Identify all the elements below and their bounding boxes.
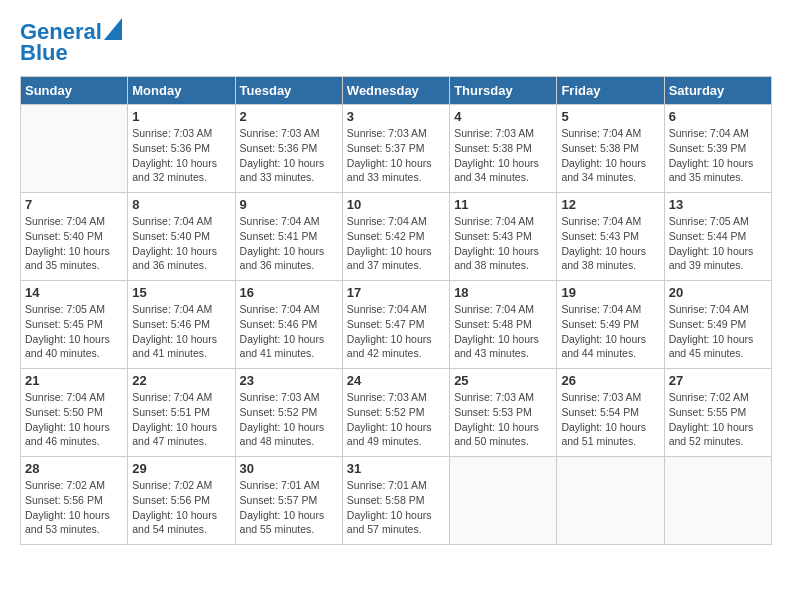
calendar-week-row: 21Sunrise: 7:04 AM Sunset: 5:50 PM Dayli… [21,369,772,457]
day-info: Sunrise: 7:04 AM Sunset: 5:41 PM Dayligh… [240,214,338,273]
day-number: 17 [347,285,445,300]
calendar-cell: 6Sunrise: 7:04 AM Sunset: 5:39 PM Daylig… [664,105,771,193]
day-info: Sunrise: 7:04 AM Sunset: 5:49 PM Dayligh… [669,302,767,361]
day-info: Sunrise: 7:03 AM Sunset: 5:36 PM Dayligh… [132,126,230,185]
weekday-header: Monday [128,77,235,105]
day-number: 7 [25,197,123,212]
calendar-cell: 31Sunrise: 7:01 AM Sunset: 5:58 PM Dayli… [342,457,449,545]
calendar-cell: 12Sunrise: 7:04 AM Sunset: 5:43 PM Dayli… [557,193,664,281]
weekday-header: Wednesday [342,77,449,105]
day-info: Sunrise: 7:04 AM Sunset: 5:40 PM Dayligh… [25,214,123,273]
day-info: Sunrise: 7:03 AM Sunset: 5:37 PM Dayligh… [347,126,445,185]
weekday-header: Tuesday [235,77,342,105]
calendar-week-row: 28Sunrise: 7:02 AM Sunset: 5:56 PM Dayli… [21,457,772,545]
day-info: Sunrise: 7:02 AM Sunset: 5:56 PM Dayligh… [132,478,230,537]
day-number: 2 [240,109,338,124]
day-number: 9 [240,197,338,212]
calendar-cell: 16Sunrise: 7:04 AM Sunset: 5:46 PM Dayli… [235,281,342,369]
calendar-table: SundayMondayTuesdayWednesdayThursdayFrid… [20,76,772,545]
day-number: 8 [132,197,230,212]
day-number: 18 [454,285,552,300]
calendar-cell: 27Sunrise: 7:02 AM Sunset: 5:55 PM Dayli… [664,369,771,457]
calendar-cell [450,457,557,545]
calendar-week-row: 1Sunrise: 7:03 AM Sunset: 5:36 PM Daylig… [21,105,772,193]
day-number: 5 [561,109,659,124]
day-number: 12 [561,197,659,212]
calendar-cell: 10Sunrise: 7:04 AM Sunset: 5:42 PM Dayli… [342,193,449,281]
calendar-cell: 7Sunrise: 7:04 AM Sunset: 5:40 PM Daylig… [21,193,128,281]
day-info: Sunrise: 7:04 AM Sunset: 5:51 PM Dayligh… [132,390,230,449]
calendar-cell: 8Sunrise: 7:04 AM Sunset: 5:40 PM Daylig… [128,193,235,281]
day-info: Sunrise: 7:03 AM Sunset: 5:54 PM Dayligh… [561,390,659,449]
day-number: 10 [347,197,445,212]
calendar-cell: 1Sunrise: 7:03 AM Sunset: 5:36 PM Daylig… [128,105,235,193]
calendar-cell [664,457,771,545]
day-number: 16 [240,285,338,300]
day-number: 27 [669,373,767,388]
day-info: Sunrise: 7:04 AM Sunset: 5:48 PM Dayligh… [454,302,552,361]
day-number: 14 [25,285,123,300]
day-info: Sunrise: 7:04 AM Sunset: 5:46 PM Dayligh… [240,302,338,361]
day-number: 25 [454,373,552,388]
day-number: 28 [25,461,123,476]
day-info: Sunrise: 7:04 AM Sunset: 5:47 PM Dayligh… [347,302,445,361]
day-number: 20 [669,285,767,300]
calendar-cell [557,457,664,545]
logo-blue: Blue [20,40,68,66]
calendar-cell: 13Sunrise: 7:05 AM Sunset: 5:44 PM Dayli… [664,193,771,281]
calendar-cell: 3Sunrise: 7:03 AM Sunset: 5:37 PM Daylig… [342,105,449,193]
calendar-cell: 28Sunrise: 7:02 AM Sunset: 5:56 PM Dayli… [21,457,128,545]
day-info: Sunrise: 7:01 AM Sunset: 5:57 PM Dayligh… [240,478,338,537]
calendar-cell: 19Sunrise: 7:04 AM Sunset: 5:49 PM Dayli… [557,281,664,369]
day-number: 22 [132,373,230,388]
calendar-cell: 4Sunrise: 7:03 AM Sunset: 5:38 PM Daylig… [450,105,557,193]
calendar-cell [21,105,128,193]
logo-icon [104,18,122,40]
day-info: Sunrise: 7:03 AM Sunset: 5:52 PM Dayligh… [347,390,445,449]
day-info: Sunrise: 7:05 AM Sunset: 5:45 PM Dayligh… [25,302,123,361]
day-info: Sunrise: 7:04 AM Sunset: 5:42 PM Dayligh… [347,214,445,273]
day-number: 3 [347,109,445,124]
day-number: 6 [669,109,767,124]
day-info: Sunrise: 7:02 AM Sunset: 5:55 PM Dayligh… [669,390,767,449]
calendar-cell: 18Sunrise: 7:04 AM Sunset: 5:48 PM Dayli… [450,281,557,369]
weekday-header: Saturday [664,77,771,105]
calendar-cell: 20Sunrise: 7:04 AM Sunset: 5:49 PM Dayli… [664,281,771,369]
day-info: Sunrise: 7:04 AM Sunset: 5:40 PM Dayligh… [132,214,230,273]
day-number: 30 [240,461,338,476]
calendar-cell: 22Sunrise: 7:04 AM Sunset: 5:51 PM Dayli… [128,369,235,457]
weekday-header: Sunday [21,77,128,105]
logo: General Blue [20,20,122,66]
day-info: Sunrise: 7:04 AM Sunset: 5:49 PM Dayligh… [561,302,659,361]
day-info: Sunrise: 7:03 AM Sunset: 5:53 PM Dayligh… [454,390,552,449]
day-number: 4 [454,109,552,124]
calendar-cell: 15Sunrise: 7:04 AM Sunset: 5:46 PM Dayli… [128,281,235,369]
calendar-week-row: 7Sunrise: 7:04 AM Sunset: 5:40 PM Daylig… [21,193,772,281]
calendar-cell: 23Sunrise: 7:03 AM Sunset: 5:52 PM Dayli… [235,369,342,457]
day-number: 26 [561,373,659,388]
calendar-cell: 11Sunrise: 7:04 AM Sunset: 5:43 PM Dayli… [450,193,557,281]
calendar-cell: 14Sunrise: 7:05 AM Sunset: 5:45 PM Dayli… [21,281,128,369]
calendar-cell: 5Sunrise: 7:04 AM Sunset: 5:38 PM Daylig… [557,105,664,193]
day-info: Sunrise: 7:04 AM Sunset: 5:46 PM Dayligh… [132,302,230,361]
calendar-cell: 21Sunrise: 7:04 AM Sunset: 5:50 PM Dayli… [21,369,128,457]
day-number: 21 [25,373,123,388]
calendar-cell: 30Sunrise: 7:01 AM Sunset: 5:57 PM Dayli… [235,457,342,545]
day-number: 29 [132,461,230,476]
day-number: 1 [132,109,230,124]
day-number: 11 [454,197,552,212]
calendar-cell: 2Sunrise: 7:03 AM Sunset: 5:36 PM Daylig… [235,105,342,193]
day-info: Sunrise: 7:04 AM Sunset: 5:43 PM Dayligh… [454,214,552,273]
weekday-header: Friday [557,77,664,105]
day-info: Sunrise: 7:02 AM Sunset: 5:56 PM Dayligh… [25,478,123,537]
day-info: Sunrise: 7:04 AM Sunset: 5:39 PM Dayligh… [669,126,767,185]
calendar-cell: 24Sunrise: 7:03 AM Sunset: 5:52 PM Dayli… [342,369,449,457]
day-info: Sunrise: 7:03 AM Sunset: 5:38 PM Dayligh… [454,126,552,185]
calendar-cell: 17Sunrise: 7:04 AM Sunset: 5:47 PM Dayli… [342,281,449,369]
weekday-header-row: SundayMondayTuesdayWednesdayThursdayFrid… [21,77,772,105]
calendar-week-row: 14Sunrise: 7:05 AM Sunset: 5:45 PM Dayli… [21,281,772,369]
day-info: Sunrise: 7:01 AM Sunset: 5:58 PM Dayligh… [347,478,445,537]
day-number: 15 [132,285,230,300]
calendar-cell: 9Sunrise: 7:04 AM Sunset: 5:41 PM Daylig… [235,193,342,281]
day-number: 24 [347,373,445,388]
